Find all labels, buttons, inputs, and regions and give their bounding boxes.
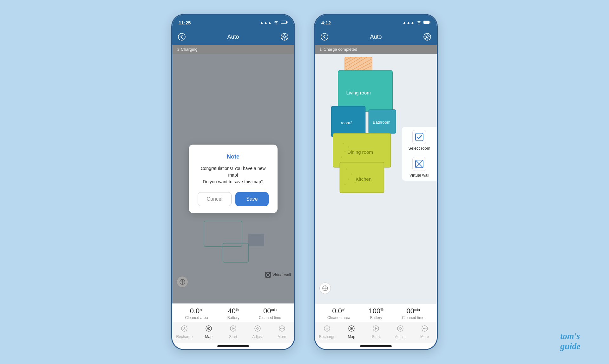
nav-start-1[interactable]: Start: [224, 325, 243, 339]
save-button[interactable]: Save: [235, 192, 269, 206]
virtual-wall-label: Virtual wall: [409, 173, 429, 178]
more-icon-2: [421, 325, 429, 334]
notif-bar-1: ℹ Charging: [172, 45, 294, 54]
select-room-label: Select room: [408, 146, 430, 151]
svg-text:room2: room2: [341, 120, 352, 125]
svg-rect-1: [287, 21, 288, 23]
watermark-line2: guide: [560, 341, 580, 351]
nav-map-2[interactable]: Map: [342, 325, 361, 339]
stat-area-1: 0.0㎡ Cleaned area: [185, 307, 208, 320]
crosshair-btn-2[interactable]: [319, 283, 331, 294]
map-area-2: Living room room2 Bathroom Dining room: [315, 54, 437, 303]
wifi-icon-1: [274, 20, 279, 25]
virtual-wall-icon: [412, 157, 426, 171]
svg-text:Kitchen: Kitchen: [356, 176, 371, 182]
start-icon-2: [372, 325, 380, 334]
back-button-1[interactable]: [178, 33, 186, 41]
signal-icon-2: ▲▲▲: [402, 20, 415, 25]
stats-bar-2: 0.0㎡ Cleaned area 100% Battery 00min Cle…: [315, 303, 437, 322]
svg-point-25: [283, 328, 284, 329]
recharge-icon-2: [323, 325, 331, 334]
nav-recharge-2[interactable]: Recharge: [318, 325, 337, 339]
nav-adjust-2[interactable]: Adjust: [391, 325, 410, 339]
svg-marker-75: [375, 327, 377, 330]
nav-more-2[interactable]: More: [415, 325, 434, 339]
nav-map-label-2: Map: [348, 335, 355, 339]
nav-recharge-1[interactable]: Recharge: [175, 325, 194, 339]
virtual-wall-btn[interactable]: Virtual wall: [409, 157, 429, 178]
start-icon-1: [229, 325, 237, 334]
nav-adjust-1[interactable]: Adjust: [248, 325, 267, 339]
home-indicator-2: [315, 343, 437, 349]
svg-point-5: [284, 36, 285, 38]
select-room-btn[interactable]: Select room: [408, 130, 430, 151]
nav-more-label-1: More: [278, 335, 286, 339]
stat-battery-label-1: Battery: [227, 315, 239, 320]
adjust-icon-1: [254, 325, 261, 334]
more-icon-1: [278, 325, 286, 334]
svg-rect-27: [430, 21, 430, 23]
nav-start-2[interactable]: Start: [366, 325, 385, 339]
svg-point-3: [178, 33, 185, 40]
nav-recharge-label-2: Recharge: [319, 335, 335, 339]
svg-point-80: [425, 328, 426, 329]
bottom-nav-2: Recharge Map Start Adjust: [315, 322, 437, 343]
svg-point-50: [343, 143, 344, 144]
stat-area-label-1: Cleaned area: [185, 315, 208, 320]
status-icons-2: ▲▲▲: [402, 20, 430, 25]
svg-point-59: [348, 179, 349, 180]
nav-map-label-1: Map: [205, 335, 213, 339]
svg-point-60: [354, 182, 356, 183]
bottom-nav-1: Recharge Map Start Adjust: [172, 322, 294, 343]
back-button-2[interactable]: [321, 33, 328, 41]
adjust-icon-2: [396, 325, 404, 334]
stat-time-2: 00min Cleaned time: [402, 307, 424, 320]
svg-text:Dining room: Dining room: [347, 149, 373, 155]
header-title-1: Auto: [227, 34, 239, 40]
svg-text:Living room: Living room: [346, 90, 371, 95]
app-header-2: Auto: [315, 29, 437, 45]
svg-point-79: [424, 328, 425, 329]
svg-point-24: [281, 328, 282, 329]
svg-point-21: [255, 326, 260, 331]
nav-map-1[interactable]: Map: [199, 325, 218, 339]
svg-point-18: [208, 328, 209, 329]
nav-more-1[interactable]: More: [272, 325, 291, 339]
svg-point-58: [351, 173, 352, 175]
dialog-1: Note Congratulations! You have a new map…: [189, 145, 278, 213]
svg-point-73: [351, 328, 352, 329]
dialog-overlay-1: Note Congratulations! You have a new map…: [172, 54, 294, 303]
status-icons-1: ▲▲▲: [259, 20, 288, 25]
stat-area-value-1: 0.0㎡: [185, 307, 208, 315]
settings-button-1[interactable]: [281, 33, 288, 41]
home-bar-2: [360, 345, 392, 347]
stat-battery-value-1: 40%: [227, 307, 239, 315]
svg-point-29: [321, 33, 328, 40]
cancel-button[interactable]: Cancel: [198, 192, 232, 206]
select-room-icon: [412, 130, 426, 144]
notif-bar-2: ℹ Charge completed: [315, 45, 437, 54]
svg-point-23: [280, 328, 281, 329]
stat-battery-value-2: 100%: [369, 307, 383, 315]
notif-icon-1: ℹ: [177, 47, 179, 52]
recharge-icon-1: [180, 325, 188, 334]
svg-point-51: [348, 146, 349, 147]
phone-1: 11:25 ▲▲▲ Auto ℹ Charging: [171, 14, 295, 350]
nav-adjust-label-2: Adjust: [395, 335, 405, 339]
svg-rect-28: [424, 21, 429, 23]
stat-time-label-1: Cleaned time: [259, 315, 281, 320]
page-wrapper: 11:25 ▲▲▲ Auto ℹ Charging: [171, 14, 438, 350]
home-indicator-1: [172, 343, 294, 349]
time-2: 4:12: [321, 20, 331, 25]
settings-button-2[interactable]: [423, 33, 431, 41]
dialog-body: Congratulations! You have a new map!Do y…: [198, 165, 269, 185]
watermark: tom's guide: [560, 331, 580, 351]
notif-text-1: Charging: [181, 47, 198, 52]
header-title-2: Auto: [370, 34, 382, 40]
map-area-1: Virtual wall Note Congratulations! You h…: [172, 54, 294, 303]
svg-rect-66: [416, 133, 423, 141]
stat-time-value-1: 00min: [259, 307, 281, 315]
side-panel-2: Select room Virtual wall: [402, 127, 437, 181]
svg-point-78: [423, 328, 424, 329]
nav-start-label-2: Start: [372, 335, 380, 339]
